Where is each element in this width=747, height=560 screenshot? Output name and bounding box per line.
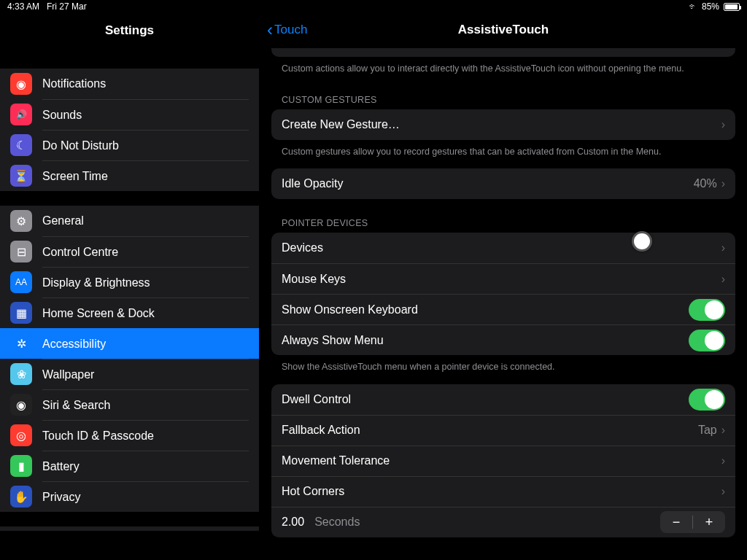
pointer-devices-header: POINTER DEVICES (271, 199, 735, 233)
sidebar-item-label: Privacy (42, 491, 80, 504)
chevron-right-icon: › (721, 454, 725, 467)
fallback-action-value: Tap (698, 424, 717, 437)
onscreen-keyboard-row: Show Onscreen Keyboard (271, 294, 735, 324)
chevron-right-icon: › (721, 241, 725, 254)
stepper-minus-button[interactable]: − (660, 511, 692, 533)
fallback-action-label: Fallback Action (282, 424, 698, 437)
dwell-control-label: Dwell Control (282, 393, 689, 406)
battery-icon (724, 3, 740, 11)
custom-gestures-header: CUSTOM GESTURES (271, 76, 735, 109)
sidebar-item-touchid-icon: ◎ (10, 424, 32, 446)
dwell-control-row: Dwell Control (271, 384, 735, 415)
sidebar-item-general-icon: ⚙ (10, 210, 32, 232)
sidebar-item-privacy-icon: ✋ (10, 486, 32, 508)
sidebar-item-label: Touch ID & Passcode (42, 429, 154, 443)
dwell-control-toggle[interactable] (689, 389, 725, 411)
sidebar-item-siri[interactable]: ◉Siri & Search (0, 389, 259, 420)
sidebar-item-general[interactable]: ⚙General (0, 206, 259, 236)
sidebar-item-label: Siri & Search (42, 399, 110, 412)
fallback-action-row[interactable]: Fallback Action Tap › (271, 415, 735, 446)
sidebar-item-dnd-icon: ☾ (10, 134, 32, 156)
chevron-left-icon: ‹ (267, 20, 273, 40)
hot-corners-label: Hot Corners (282, 485, 721, 498)
sidebar-item-label: Screen Time (42, 170, 108, 183)
movement-tolerance-row[interactable]: Movement Tolerance › (271, 446, 735, 476)
sidebar-item-label: Control Centre (42, 246, 118, 259)
sidebar-item-sounds[interactable]: 🔊Sounds (0, 99, 259, 130)
sidebar-title: Settings (0, 13, 259, 47)
sidebar-item-label: General (42, 214, 84, 228)
sidebar-item-homescreen[interactable]: ▦Home Screen & Dock (0, 298, 259, 328)
status-time: 4:33 AM (7, 1, 39, 12)
nav-back-label: Touch (274, 23, 307, 37)
sidebar-item-label: Do Not Disturb (42, 139, 119, 152)
sidebar-item-sounds-icon: 🔊 (10, 104, 32, 125)
idle-opacity-row[interactable]: Idle Opacity 40% › (271, 168, 735, 199)
page-title: AssistiveTouch (458, 23, 549, 37)
dwell-seconds-stepper[interactable]: − + (660, 511, 725, 533)
pointer-footer: Show the AssistiveTouch menu when a poin… (271, 355, 735, 374)
sidebar-item-controlcentre-icon: ⊟ (10, 241, 32, 262)
sidebar-item-wallpaper[interactable]: ❀Wallpaper (0, 359, 259, 389)
sidebar-item-label: Home Screen & Dock (42, 307, 155, 320)
sidebar-item-accessibility[interactable]: ✲Accessibility (0, 328, 259, 359)
devices-row[interactable]: Devices › (271, 233, 735, 263)
sidebar-item-screentime[interactable]: ⏳Screen Time (0, 160, 259, 191)
sidebar-item-notifications[interactable]: ◉Notifications (0, 69, 259, 99)
sidebar-item-display[interactable]: AADisplay & Brightness (0, 267, 259, 298)
main-panel: ‹ Touch AssistiveTouch Custom actions al… (260, 13, 747, 560)
battery-percent: 85% (702, 1, 719, 12)
wifi-icon: ᯤ (689, 1, 697, 12)
sidebar-item-label: Accessibility (42, 338, 106, 351)
sidebar-item-wallpaper-icon: ❀ (10, 363, 32, 385)
chevron-right-icon: › (721, 177, 725, 190)
dwell-seconds-unit: Seconds (314, 516, 650, 529)
chevron-right-icon: › (721, 118, 725, 131)
nav-back-button[interactable]: ‹ Touch (267, 20, 307, 40)
sidebar-item-label: Wallpaper (42, 368, 94, 381)
sidebar-item-homescreen-icon: ▦ (10, 302, 32, 324)
sidebar-item-label: Sounds (42, 109, 82, 122)
chevron-right-icon: › (721, 273, 725, 286)
sidebar-item-battery-icon: ▮ (10, 455, 32, 477)
onscreen-keyboard-toggle[interactable] (689, 299, 725, 321)
onscreen-keyboard-label: Show Onscreen Keyboard (282, 303, 689, 316)
sidebar-item-display-icon: AA (10, 271, 32, 293)
hot-corners-row[interactable]: Hot Corners › (271, 476, 735, 507)
always-show-menu-toggle[interactable] (689, 330, 725, 351)
create-gesture-label: Create New Gesture… (282, 118, 721, 131)
sidebar-item-screentime-icon: ⏳ (10, 165, 32, 187)
nav-bar: ‹ Touch AssistiveTouch (260, 13, 747, 47)
sidebar: Settings ◉Notifications🔊Sounds☾Do Not Di… (0, 13, 260, 560)
assistive-touch-cursor[interactable] (632, 231, 652, 252)
dwell-seconds-value: 2.00 (282, 516, 304, 529)
devices-label: Devices (282, 241, 721, 254)
movement-tolerance-label: Movement Tolerance (282, 454, 721, 467)
sidebar-item-battery[interactable]: ▮Battery (0, 451, 259, 481)
sidebar-item-dnd[interactable]: ☾Do Not Disturb (0, 130, 259, 160)
always-show-menu-label: Always Show Menu (282, 334, 689, 347)
idle-opacity-label: Idle Opacity (282, 177, 694, 190)
sidebar-item-siri-icon: ◉ (10, 394, 32, 416)
always-show-menu-row: Always Show Menu (271, 324, 735, 355)
chevron-right-icon: › (721, 424, 725, 437)
create-new-gesture-row[interactable]: Create New Gesture… › (271, 109, 735, 140)
idle-opacity-value: 40% (694, 177, 717, 190)
sidebar-item-label: Display & Brightness (42, 276, 150, 289)
sidebar-item-privacy[interactable]: ✋Privacy (0, 481, 259, 512)
mouse-keys-label: Mouse Keys (282, 273, 721, 286)
group-fragment (271, 48, 735, 57)
sidebar-item-controlcentre[interactable]: ⊟Control Centre (0, 236, 259, 267)
sidebar-item-label: Battery (42, 460, 80, 473)
status-bar: 4:33 AM Fri 27 Mar ᯤ 85% (0, 0, 747, 13)
sidebar-item-accessibility-icon: ✲ (10, 332, 32, 354)
custom-actions-footer: Custom actions allow you to interact dir… (271, 57, 735, 76)
chevron-right-icon: › (721, 485, 725, 498)
gestures-footer: Custom gestures allow you to record gest… (271, 140, 735, 159)
stepper-plus-button[interactable]: + (693, 511, 725, 533)
sidebar-item-touchid[interactable]: ◎Touch ID & Passcode (0, 420, 259, 451)
sidebar-item-label: Notifications (42, 77, 106, 90)
mouse-keys-row[interactable]: Mouse Keys › (271, 263, 735, 294)
sidebar-item-notifications-icon: ◉ (10, 73, 32, 95)
dwell-seconds-row: 2.00 Seconds − + (271, 507, 735, 537)
